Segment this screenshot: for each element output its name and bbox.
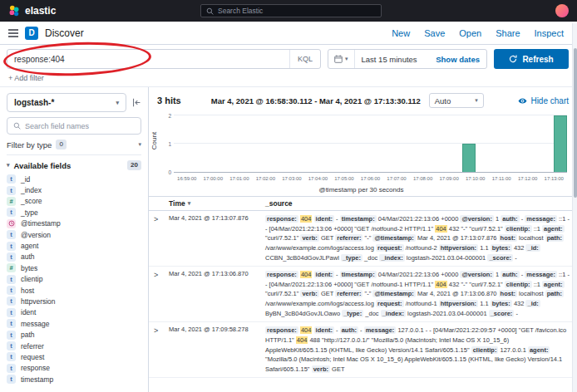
scrollbar-track[interactable]	[572, 23, 577, 392]
field-item-host[interactable]: thost	[7, 285, 141, 296]
doc-source: response: 404 ident: - timestamp: 04/Mar…	[265, 270, 570, 318]
brand-name: elastic	[25, 5, 56, 17]
field-item-clientip[interactable]: tclientip	[7, 274, 141, 285]
field-name: auth	[21, 252, 35, 261]
field-item-request[interactable]: trequest	[7, 351, 141, 362]
source-field-key: @timestamp:	[372, 290, 415, 297]
chevron-down-icon: ▾	[475, 97, 478, 104]
field-item-_score[interactable]: #_score	[7, 196, 141, 207]
refresh-button[interactable]: Refresh	[494, 49, 569, 69]
expand-row-icon[interactable]: >	[154, 326, 169, 374]
hits-count: 3 hits	[157, 96, 181, 105]
page-title: Discover	[45, 27, 84, 39]
source-field-key: message:	[525, 271, 557, 278]
source-field-key: auth:	[340, 326, 358, 334]
filter-by-type-button[interactable]: Filter by type 0 ▾	[7, 140, 141, 155]
source-field-key: host:	[499, 234, 517, 242]
expand-row-icon[interactable]: >	[154, 270, 169, 318]
source-field-key: ident:	[314, 215, 334, 223]
x-tick-label: 17:10:00	[466, 176, 485, 181]
user-avatar[interactable]	[555, 4, 569, 17]
hide-chart-button[interactable]: Hide chart	[518, 96, 569, 105]
source-field-key: request:	[376, 244, 404, 252]
y-tick-label: 2	[163, 113, 171, 119]
nav-action-save[interactable]: Save	[424, 28, 445, 38]
field-item-timestamp[interactable]: ttimestamp	[7, 374, 141, 385]
field-item-response[interactable]: tresponse	[7, 363, 141, 374]
menu-icon[interactable]	[8, 29, 18, 37]
source-field-key: ident:	[314, 326, 334, 334]
histogram-bar[interactable]	[462, 144, 476, 172]
field-item-auth[interactable]: tauth	[7, 252, 141, 262]
source-field-key: bytes:	[491, 300, 512, 307]
global-search-input[interactable]: Search Elastic	[200, 4, 382, 17]
field-item-@version[interactable]: t@version	[7, 229, 141, 240]
index-pattern-label: logstash-*	[14, 98, 54, 107]
text-field-icon: t	[7, 308, 16, 317]
field-search-input[interactable]: Search field names	[7, 117, 141, 135]
calendar-icon	[334, 55, 343, 63]
highlighted-match: 404	[296, 336, 308, 344]
field-item-path[interactable]: tpath	[7, 329, 141, 340]
field-item-@timestamp[interactable]: @timestamp	[7, 218, 141, 229]
text-field-icon: t	[7, 230, 16, 239]
field-item-referrer[interactable]: treferrer	[7, 341, 141, 351]
x-tick-label: 17:00:00	[204, 176, 223, 181]
add-filter-button[interactable]: + Add filter	[8, 74, 44, 82]
field-name: message	[21, 320, 50, 328]
field-item-ident[interactable]: tident	[7, 307, 141, 318]
text-field-icon: t	[7, 208, 16, 217]
field-item-_index[interactable]: t_index	[7, 184, 141, 195]
histogram-bar[interactable]	[554, 115, 567, 172]
doc-table-row[interactable]: >Mar 4, 2021 @ 17:09:58.278response: 404…	[149, 322, 577, 378]
scrollbar-thumb[interactable]	[574, 48, 577, 198]
interval-select[interactable]: Auto ▾	[429, 93, 484, 108]
source-field-key: referrer:	[335, 234, 362, 242]
field-item-bytes[interactable]: #bytes	[7, 262, 141, 273]
field-item-_id[interactable]: t_id	[7, 174, 141, 184]
text-field-icon: t	[7, 364, 16, 373]
doc-time: Mar 4, 2021 @ 17:13:07.876	[169, 214, 265, 262]
field-name: clientip	[21, 275, 42, 283]
query-input[interactable]: response:404 KQL	[7, 49, 321, 69]
text-field-icon: t	[7, 341, 16, 350]
field-item-_type[interactable]: t_type	[7, 207, 141, 218]
field-item-agent[interactable]: tagent	[7, 240, 141, 251]
source-field-key: bytes:	[491, 244, 512, 252]
doc-time: Mar 4, 2021 @ 17:09:58.278	[169, 326, 265, 374]
x-tick-label: 17:06:00	[361, 176, 380, 181]
source-field-key: referrer:	[335, 290, 362, 297]
expand-row-icon[interactable]: >	[154, 214, 169, 262]
time-column-header[interactable]: Time ▾	[169, 199, 265, 208]
available-fields-header[interactable]: ▾ Available fields 20	[7, 160, 141, 170]
x-tick-label: 17:03:00	[282, 176, 301, 181]
field-name: bytes	[21, 264, 37, 272]
calendar-button[interactable]: ▾	[328, 50, 355, 68]
nav-action-inspect[interactable]: Inspect	[535, 28, 564, 38]
field-name: response	[21, 364, 50, 372]
field-item-httpversion[interactable]: thttpversion	[7, 296, 141, 306]
field-name: request	[21, 353, 44, 361]
field-item-message[interactable]: tmessage	[7, 318, 141, 329]
doc-table-row[interactable]: >Mar 4, 2021 @ 17:13:07.876response: 404…	[149, 211, 577, 267]
text-field-icon: t	[7, 186, 16, 195]
source-field-key: response:	[265, 326, 298, 334]
index-pattern-select[interactable]: logstash-* ▾	[7, 93, 126, 112]
chevron-down-icon: ▾	[138, 141, 141, 148]
interval-value: Auto	[435, 96, 451, 105]
collapse-sidebar-icon[interactable]	[132, 98, 141, 107]
show-dates-button[interactable]: Show dates	[429, 55, 486, 64]
refresh-label: Refresh	[522, 55, 553, 64]
nav-action-new[interactable]: New	[392, 28, 410, 38]
date-picker: ▾ Last 15 minutes Show dates	[328, 49, 487, 69]
kql-language-button[interactable]: KQL	[289, 50, 320, 68]
source-field-key: auth:	[501, 271, 519, 278]
doc-table-header: Time ▾ _source	[149, 196, 577, 211]
field-name: ident	[21, 308, 36, 316]
y-tick-label: 0	[163, 169, 171, 175]
nav-action-share[interactable]: Share	[496, 28, 520, 38]
source-field-key: agent:	[542, 225, 565, 233]
time-range-label[interactable]: Last 15 minutes	[355, 55, 424, 64]
nav-action-open[interactable]: Open	[459, 28, 481, 38]
doc-table-row[interactable]: >Mar 4, 2021 @ 17:13:06.870response: 404…	[149, 267, 577, 322]
